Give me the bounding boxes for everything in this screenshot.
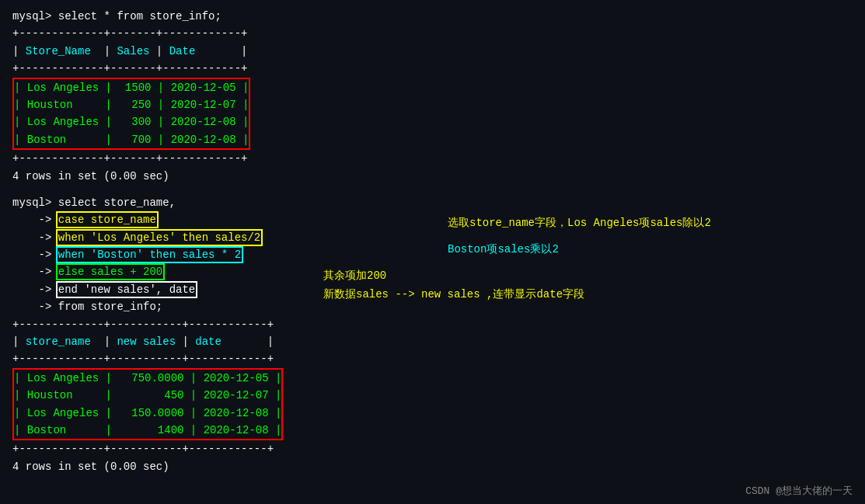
query2-line3: -> when 'Boston' then sales * 2 — [12, 246, 853, 263]
query1-border2: +-------------+-------+------------+ — [12, 60, 853, 77]
query2-line4: -> else sales + 200 — [12, 263, 853, 280]
csdn-watermark: CSDN @想当大佬的一天 — [745, 484, 853, 498]
main-content: mysql> select * from store_info; +------… — [12, 8, 853, 475]
query2-line1: -> case store_name — [12, 211, 853, 228]
query2-border1: +-------------+-----------+------------+ — [12, 316, 853, 333]
query1-data-rows: | Los Angeles | 1500 | 2020-12-05 | | Ho… — [12, 78, 250, 151]
query2-line2: -> when 'Los Angeles' then sales/2 — [12, 229, 853, 246]
query2-prompt: mysql> select store_name, — [12, 194, 853, 211]
table-row: | Los Angeles | 750.0000 | 2020-12-05 | — [14, 370, 281, 387]
query1-header: | Store_Name | Sales | Date | — [12, 43, 853, 60]
table-row: | Houston | 450 | 2020-12-07 | — [14, 387, 281, 404]
query1-rowcount: 4 rows in set (0.00 sec) — [12, 168, 853, 185]
annotation-3: 其余项加200 — [323, 269, 386, 283]
query1-prompt: mysql> select * from store_info; — [12, 8, 853, 25]
annotation-4: 新数据sales --> new sales ,连带显示date字段 — [323, 287, 584, 301]
table-row: | Houston | 250 | 2020-12-07 | — [14, 96, 249, 113]
table-row: | Boston | 1400 | 2020-12-08 | — [14, 422, 281, 439]
table-row: | Los Angeles | 150.0000 | 2020-12-08 | — [14, 405, 281, 422]
query1-border1: +-------------+-------+------------+ — [12, 25, 853, 42]
table-row: | Los Angeles | 1500 | 2020-12-05 | — [14, 79, 249, 96]
annotation-2: Boston项sales乘以2 — [448, 242, 559, 256]
terminal-window: mysql> select * from store_info; +------… — [0, 0, 865, 504]
query1-border3: +-------------+-------+------------+ — [12, 150, 853, 167]
table-row: | Boston | 700 | 2020-12-08 | — [14, 131, 249, 148]
table-row: | Los Angeles | 300 | 2020-12-08 | — [14, 113, 249, 130]
query2-border3: +-------------+-----------+------------+ — [12, 440, 853, 457]
query2-data-rows: | Los Angeles | 750.0000 | 2020-12-05 | … — [12, 368, 283, 441]
query2-border2: +-------------+-----------+------------+ — [12, 350, 853, 367]
query2-rowcount: 4 rows in set (0.00 sec) — [12, 458, 853, 475]
query2-section: 选取store_name字段，Los Angeles项sales除以2 Bost… — [12, 194, 853, 316]
annotation-1: 选取store_name字段，Los Angeles项sales除以2 — [448, 216, 711, 230]
query2-header: | store_name | new sales | date | — [12, 333, 853, 350]
